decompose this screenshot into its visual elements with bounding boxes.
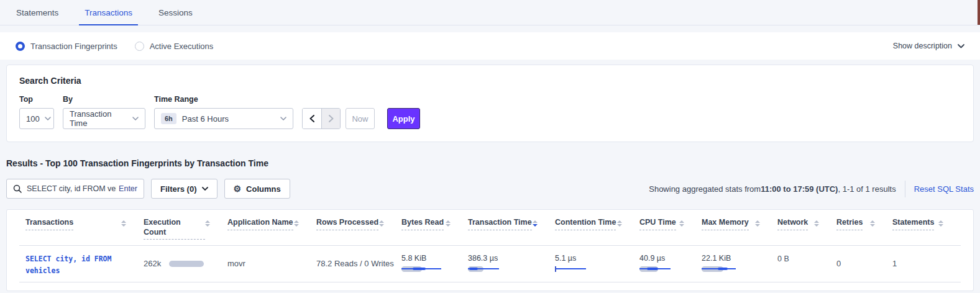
column-header-label[interactable]: Statements xyxy=(892,218,934,230)
cpu-time-bar xyxy=(639,266,702,272)
header-cell-transactions: Transactions xyxy=(25,218,144,236)
previous-time-window-button[interactable] xyxy=(303,109,321,128)
cell-cpu-time: 40.9 µs xyxy=(639,254,702,272)
table-header-row: TransactionsExecution CountApplication N… xyxy=(7,218,973,245)
header-cell-bytes-read: Bytes Read xyxy=(401,218,468,236)
transaction-fingerprint-link[interactable]: SELECT city, id FROM vehicles xyxy=(25,253,144,277)
column-header-label[interactable]: Execution Count xyxy=(144,218,205,240)
view-toggle-band: Transaction FingerprintsActive Execution… xyxy=(0,32,980,60)
sort-arrows-icon[interactable] xyxy=(446,220,451,227)
column-header-label[interactable]: CPU Time xyxy=(639,218,676,230)
header-cell-cpu-time: CPU Time xyxy=(639,218,702,236)
time-range-badge: 6h xyxy=(161,113,176,124)
sort-arrows-icon[interactable] xyxy=(617,220,622,227)
cell-application-name: movr xyxy=(227,259,316,268)
top-select-value: 100 xyxy=(26,114,40,124)
sort-arrows-icon[interactable] xyxy=(205,220,210,227)
cell-transactions: SELECT city, id FROM vehicles xyxy=(25,253,144,277)
top-label: Top xyxy=(19,95,54,104)
header-cell-max-memory: Max Memory xyxy=(702,218,777,236)
time-range-value: Past 6 Hours xyxy=(182,114,229,124)
sort-arrows-icon[interactable] xyxy=(814,220,819,227)
cell-contention-time: 5.1 µs xyxy=(555,254,639,272)
radio-option-transaction-fingerprints[interactable]: Transaction Fingerprints xyxy=(16,42,117,51)
radio-option-active-executions[interactable]: Active Executions xyxy=(135,42,214,51)
cell-network: 0 B xyxy=(777,255,836,263)
sort-arrows-icon[interactable] xyxy=(533,220,538,227)
execution-count-value: 262k xyxy=(144,259,161,268)
column-header-label[interactable]: Retries xyxy=(836,218,863,230)
tab-statements[interactable]: Statements xyxy=(11,0,64,25)
chevron-down-icon xyxy=(40,117,51,120)
table-row: SELECT city, id FROM vehicles 262k movr … xyxy=(7,246,973,282)
sort-arrows-icon[interactable] xyxy=(870,220,875,227)
by-label: By xyxy=(63,95,145,104)
radio-option-label: Active Executions xyxy=(150,42,214,51)
query-line-1: SELECT city, id FROM xyxy=(25,253,144,265)
reset-sql-stats-link[interactable]: Reset SQL Stats xyxy=(914,184,974,194)
tab-transactions[interactable]: Transactions xyxy=(79,0,138,25)
chevron-right-icon xyxy=(329,115,334,122)
sort-arrows-icon[interactable] xyxy=(755,220,760,227)
by-select[interactable]: Transaction Time xyxy=(63,108,145,129)
sort-arrows-icon[interactable] xyxy=(121,220,126,227)
sort-arrows-icon[interactable] xyxy=(679,220,684,227)
bytes-read-value: 5.8 KiB xyxy=(401,254,468,263)
top-select[interactable]: 100 xyxy=(19,108,54,129)
column-header-label[interactable]: Transactions xyxy=(25,218,73,230)
tab-sessions[interactable]: Sessions xyxy=(153,0,198,25)
max-memory-value: 22.1 KiB xyxy=(702,254,777,263)
sort-arrows-icon[interactable] xyxy=(294,220,299,227)
chevron-left-icon xyxy=(309,115,314,122)
filters-button-label: Filters (0) xyxy=(160,184,197,194)
chevron-down-icon xyxy=(202,187,208,191)
cell-bytes-read: 5.8 KiB xyxy=(401,254,468,272)
next-time-window-button[interactable] xyxy=(321,109,340,128)
show-description-toggle[interactable]: Show description xyxy=(893,42,964,50)
header-cell-rows-processed: Rows Processed xyxy=(316,218,401,236)
header-cell-statements: Statements xyxy=(892,218,961,236)
top-tab-bar: StatementsTransactionsSessions xyxy=(0,0,980,25)
apply-button[interactable]: Apply xyxy=(387,108,420,129)
aggregated-stats-summary: Showing aggregated stats from 11:00 to 1… xyxy=(649,181,974,197)
header-cell-execution-count: Execution Count xyxy=(144,218,227,245)
search-input[interactable] xyxy=(27,184,116,193)
sort-arrows-icon[interactable] xyxy=(938,220,943,227)
column-header-label[interactable]: Transaction Time xyxy=(468,218,532,230)
transaction-time-bar xyxy=(468,266,555,272)
row-divider xyxy=(19,282,961,282)
column-header-label[interactable]: Contention Time xyxy=(555,218,616,230)
vertical-divider xyxy=(905,181,905,197)
columns-button[interactable]: ⚙ Columns xyxy=(224,179,290,199)
chevron-down-icon xyxy=(958,44,964,48)
column-header-label[interactable]: Rows Processed xyxy=(316,218,378,230)
column-header-label[interactable]: Max Memory xyxy=(702,218,749,230)
show-description-label: Show description xyxy=(893,42,952,50)
cell-rows-processed: 78.2 Reads / 0 Writes xyxy=(316,259,401,268)
column-header-label[interactable]: Network xyxy=(777,218,808,230)
search-enter-hint: Enter xyxy=(119,184,137,193)
radio-option-label: Transaction Fingerprints xyxy=(30,42,117,51)
column-header-label[interactable]: Application Name xyxy=(227,218,293,230)
radio-selected-icon[interactable] xyxy=(16,42,25,51)
radio-unselected-icon[interactable] xyxy=(135,42,144,51)
search-box[interactable]: Enter xyxy=(6,179,144,199)
max-memory-bar xyxy=(702,266,777,272)
search-criteria-card: Search Criteria Top 100 By Transaction T… xyxy=(6,65,974,142)
cpu-time-value: 40.9 µs xyxy=(639,254,702,263)
columns-button-label: Columns xyxy=(246,184,281,194)
bytes-read-bar xyxy=(401,266,468,272)
filters-button[interactable]: Filters (0) xyxy=(151,179,218,199)
time-range-label: Time Range xyxy=(154,95,293,104)
now-button[interactable]: Now xyxy=(346,108,375,129)
header-cell-contention-time: Contention Time xyxy=(555,218,639,236)
cell-statements: 1 xyxy=(892,259,961,268)
cell-max-memory: 22.1 KiB xyxy=(702,254,777,272)
results-table: TransactionsExecution CountApplication N… xyxy=(6,209,974,291)
column-header-label[interactable]: Bytes Read xyxy=(401,218,444,230)
time-range-select[interactable]: 6h Past 6 Hours xyxy=(154,108,293,129)
sort-arrows-icon[interactable] xyxy=(379,220,384,227)
results-heading: Results - Top 100 Transaction Fingerprin… xyxy=(6,158,974,168)
header-cell-application-name: Application Name xyxy=(227,218,316,236)
cell-retries: 0 xyxy=(836,259,892,268)
